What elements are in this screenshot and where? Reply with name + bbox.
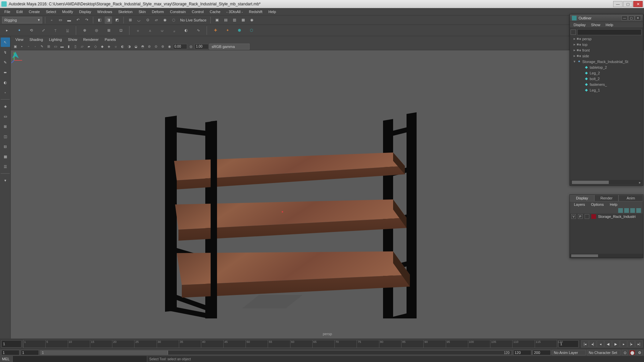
expand-icon[interactable]: ▸	[573, 37, 577, 41]
expand-icon[interactable]: ▸	[573, 54, 577, 58]
export-weights-icon[interactable]: ⟓	[169, 25, 179, 36]
vp-aa-icon[interactable]: ◓	[140, 44, 146, 50]
layers-menu-layers[interactable]: Layers	[571, 202, 588, 207]
time-track[interactable]: 1510152025303540455055606570758085909510…	[23, 340, 557, 348]
tab-display-layers[interactable]: Display	[570, 195, 594, 201]
lasso-select-button[interactable]: ↯	[1, 48, 10, 57]
tree-row[interactable]: ◆fasteners_	[571, 81, 642, 87]
outliner-scrollbar[interactable]: ▸	[571, 180, 642, 185]
open-scene-icon[interactable]: ▭	[57, 16, 64, 24]
vp-menu-panels[interactable]: Panels	[102, 37, 119, 42]
menu-constrain[interactable]: Constrain	[167, 9, 189, 15]
expand-icon[interactable]: ▾	[573, 59, 577, 64]
vp-shaded-icon[interactable]: ◆	[99, 44, 105, 50]
menuset-dropdown[interactable]: Rigging▾	[2, 17, 42, 23]
viewport-3d[interactable]: persp	[11, 50, 644, 339]
menu-skin[interactable]: Skin	[136, 9, 149, 15]
wire-tool-icon[interactable]: ∿	[193, 25, 203, 36]
snap-curve-icon[interactable]: ◡	[135, 16, 143, 24]
collapse-button[interactable]: ▾	[1, 176, 10, 185]
shelf-tab-icon[interactable]: ▸	[2, 25, 12, 36]
ik-tool-icon[interactable]: ⍗	[62, 25, 72, 36]
vp-film-gate-icon[interactable]: ▭	[52, 44, 58, 50]
menu-cache[interactable]: Cache	[207, 9, 223, 15]
menu-skeleton[interactable]: Skeleton	[115, 9, 136, 15]
layers-menu-options[interactable]: Options	[588, 202, 606, 207]
anim-start-input[interactable]: 1	[1, 350, 19, 355]
current-frame-field[interactable]: 1	[1, 340, 21, 348]
outliner-filter-icon[interactable]	[571, 29, 576, 35]
outliner-menu-show[interactable]: Show	[589, 22, 603, 27]
layout-two-button[interactable]: ◫	[1, 132, 10, 141]
play-end-input[interactable]: 120	[513, 350, 531, 355]
constraint-icon[interactable]: ✚	[210, 25, 220, 36]
vp-field-chart-icon[interactable]: ▯	[72, 44, 78, 50]
menu-windows[interactable]: Windows	[94, 9, 115, 15]
character-set-dropdown[interactable]: No Character Set	[587, 350, 621, 355]
menu-create[interactable]: Create	[26, 9, 43, 15]
layer-row[interactable]: V P Storage_Rack_Industri	[570, 214, 643, 220]
layer-move-up-icon[interactable]	[618, 208, 623, 213]
scale-button[interactable]: ▫	[1, 88, 10, 97]
joint-tool-icon[interactable]: ⊕	[79, 25, 90, 36]
step-forward-key-button[interactable]: |▸	[628, 340, 635, 348]
select-tool-button[interactable]: ↖	[1, 38, 10, 47]
layer-color-swatch[interactable]	[591, 214, 596, 219]
bind-skin-icon[interactable]: ⟐	[133, 25, 143, 36]
go-end-button[interactable]: ▸|	[635, 340, 643, 348]
vp-wireframe-icon[interactable]: ◇	[93, 44, 99, 50]
menu-3dtoall[interactable]: - 3DtoAll -	[223, 9, 246, 15]
scale-tool-icon[interactable]: ⤢	[38, 25, 48, 36]
layout-single-button[interactable]: ▭	[1, 112, 10, 121]
go-start-button[interactable]: |◂	[581, 340, 589, 348]
mirror-weights-icon[interactable]: ⟒	[157, 25, 167, 36]
snap-live-icon[interactable]: ◉	[161, 16, 169, 24]
tree-row[interactable]: ◆Leg_2	[571, 70, 642, 76]
render-view-icon[interactable]: ▦	[239, 16, 247, 24]
layer-scrollbar[interactable]	[570, 254, 643, 258]
anim-end-input[interactable]: 200	[533, 350, 551, 355]
make-live-icon[interactable]: ◌	[170, 16, 177, 24]
move-tool-icon[interactable]: ✦	[14, 25, 24, 36]
layout-four-button[interactable]: ⊞	[1, 122, 10, 131]
vp-safe-title-icon[interactable]: ▰	[86, 44, 92, 50]
menu-deform[interactable]: Deform	[149, 9, 167, 15]
anim-prefs-button[interactable]: ⚙	[637, 350, 643, 355]
panel-minimize-button[interactable]: —	[622, 16, 628, 20]
play-forward-button[interactable]: ▶	[612, 340, 620, 348]
tree-row[interactable]: ▾✦Storage_Rack_Industrial_St	[571, 59, 642, 64]
skeleton-icon[interactable]: ◎	[92, 25, 102, 36]
tab-render-layers[interactable]: Render	[594, 195, 619, 201]
paint-select-button[interactable]: ✎	[1, 58, 10, 67]
vp-shadows-icon[interactable]: ◐	[119, 44, 125, 50]
lattice-icon[interactable]: ⊞	[104, 25, 114, 36]
autokey-button[interactable]: ⊙	[622, 350, 628, 355]
layer-move-down-icon[interactable]	[624, 208, 629, 213]
select-component-icon[interactable]: ◩	[113, 16, 121, 24]
snap-point-icon[interactable]: ⊙	[144, 16, 151, 24]
quick-rig-icon[interactable]: ⬡	[247, 25, 257, 36]
vp-menu-view[interactable]: View	[13, 37, 26, 42]
tree-row[interactable]: ▸■∎persp	[571, 36, 642, 42]
vp-expose-icon[interactable]: ◉	[166, 44, 172, 50]
last-tool-button[interactable]: ◈	[1, 102, 10, 111]
vp-bookmark-icon[interactable]: ▪	[19, 44, 25, 50]
layer-display-type[interactable]	[585, 214, 589, 219]
outliner-search-input[interactable]	[577, 29, 642, 35]
blend-shape-icon[interactable]: ◐	[181, 25, 191, 36]
vp-textured-icon[interactable]: ◈	[106, 44, 112, 50]
vp-safe-action-icon[interactable]: ▱	[79, 44, 85, 50]
play-start-input[interactable]: 1	[21, 350, 39, 355]
vp-camera-icon[interactable]: ▣	[12, 44, 18, 50]
menu-file[interactable]: File	[1, 9, 13, 15]
rotate-button[interactable]: ◐	[1, 78, 10, 87]
expand-icon[interactable]: ▸	[573, 42, 577, 47]
layer-playback-toggle[interactable]: P	[578, 214, 583, 219]
move-button[interactable]: ⬌	[1, 68, 10, 77]
paint-weights-icon[interactable]: ⟑	[145, 25, 155, 36]
vp-exposure-input[interactable]	[173, 44, 187, 49]
menu-help[interactable]: Help	[265, 9, 279, 15]
maya-home-icon[interactable]	[11, 50, 20, 60]
lasso-tool-icon[interactable]: ⍑	[50, 25, 60, 36]
menu-select[interactable]: Select	[43, 9, 59, 15]
